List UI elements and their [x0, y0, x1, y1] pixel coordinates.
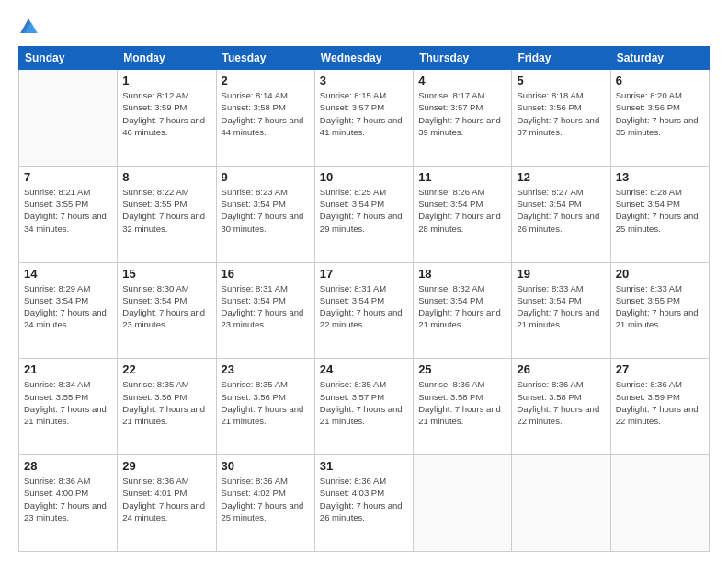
day-number: 19 [517, 267, 605, 281]
calendar-day-cell: 15Sunrise: 8:30 AMSunset: 3:54 PMDayligh… [118, 262, 216, 359]
calendar-day-cell: 25Sunrise: 8:36 AMSunset: 3:58 PMDayligh… [414, 359, 512, 455]
calendar-day-header: Thursday [414, 47, 512, 70]
day-number: 16 [222, 267, 310, 281]
calendar-day-cell: 6Sunrise: 8:20 AMSunset: 3:56 PMDaylight… [610, 70, 709, 167]
day-number: 24 [320, 362, 408, 376]
calendar-day-cell: 12Sunrise: 8:27 AMSunset: 3:54 PMDayligh… [512, 166, 610, 262]
day-info: Sunrise: 8:21 AMSunset: 3:55 PMDaylight:… [24, 186, 112, 235]
calendar-day-cell: 23Sunrise: 8:35 AMSunset: 3:56 PMDayligh… [216, 359, 314, 455]
day-info: Sunrise: 8:36 AMSunset: 3:58 PMDaylight:… [418, 378, 506, 427]
day-number: 6 [616, 74, 704, 87]
calendar-day-cell: 29Sunrise: 8:36 AMSunset: 4:01 PMDayligh… [118, 455, 216, 552]
day-number: 23 [222, 362, 310, 376]
calendar-week-row: 7Sunrise: 8:21 AMSunset: 3:55 PMDaylight… [19, 166, 710, 262]
day-info: Sunrise: 8:35 AMSunset: 3:56 PMDaylight:… [122, 378, 210, 427]
calendar-day-cell: 8Sunrise: 8:22 AMSunset: 3:55 PMDaylight… [118, 166, 216, 262]
calendar-day-cell: 21Sunrise: 8:34 AMSunset: 3:55 PMDayligh… [19, 359, 118, 455]
day-number: 2 [222, 74, 310, 87]
calendar-page: SundayMondayTuesdayWednesdayThursdayFrid… [0, 0, 728, 563]
day-info: Sunrise: 8:34 AMSunset: 3:55 PMDaylight:… [24, 378, 112, 427]
calendar-day-cell: 14Sunrise: 8:29 AMSunset: 3:54 PMDayligh… [19, 262, 118, 359]
calendar-day-header: Saturday [610, 47, 709, 70]
day-number: 14 [24, 267, 112, 281]
calendar-day-cell: 20Sunrise: 8:33 AMSunset: 3:55 PMDayligh… [610, 262, 709, 359]
calendar-day-cell: 3Sunrise: 8:15 AMSunset: 3:57 PMDaylight… [314, 70, 413, 167]
calendar-day-header: Sunday [19, 47, 118, 70]
day-info: Sunrise: 8:29 AMSunset: 3:54 PMDaylight:… [24, 282, 112, 331]
calendar-day-cell [19, 70, 118, 167]
calendar-day-cell: 27Sunrise: 8:36 AMSunset: 3:59 PMDayligh… [610, 359, 709, 455]
day-number: 17 [320, 267, 408, 281]
day-number: 26 [517, 362, 605, 376]
day-info: Sunrise: 8:20 AMSunset: 3:56 PMDaylight:… [616, 89, 704, 138]
day-info: Sunrise: 8:36 AMSunset: 4:02 PMDaylight:… [222, 475, 310, 523]
day-info: Sunrise: 8:35 AMSunset: 3:57 PMDaylight:… [320, 378, 408, 427]
calendar-day-cell: 24Sunrise: 8:35 AMSunset: 3:57 PMDayligh… [314, 359, 413, 455]
logo [18, 17, 42, 37]
day-number: 12 [517, 170, 605, 184]
calendar-day-cell: 19Sunrise: 8:33 AMSunset: 3:54 PMDayligh… [512, 262, 610, 359]
day-number: 7 [24, 170, 112, 184]
calendar-day-cell: 16Sunrise: 8:31 AMSunset: 3:54 PMDayligh… [216, 262, 314, 359]
day-number: 31 [320, 459, 408, 473]
calendar-day-cell: 10Sunrise: 8:25 AMSunset: 3:54 PMDayligh… [314, 166, 413, 262]
day-info: Sunrise: 8:32 AMSunset: 3:54 PMDaylight:… [418, 282, 506, 331]
day-number: 3 [320, 74, 408, 87]
logo-icon [18, 17, 39, 37]
day-info: Sunrise: 8:36 AMSunset: 4:03 PMDaylight:… [320, 475, 408, 523]
day-number: 21 [24, 362, 112, 376]
calendar-day-cell: 22Sunrise: 8:35 AMSunset: 3:56 PMDayligh… [118, 359, 216, 455]
day-number: 4 [418, 74, 506, 87]
day-info: Sunrise: 8:30 AMSunset: 3:54 PMDaylight:… [122, 282, 210, 331]
calendar-day-header: Wednesday [314, 47, 413, 70]
calendar-week-row: 28Sunrise: 8:36 AMSunset: 4:00 PMDayligh… [19, 455, 710, 552]
day-info: Sunrise: 8:31 AMSunset: 3:54 PMDaylight:… [222, 282, 310, 331]
day-info: Sunrise: 8:12 AMSunset: 3:59 PMDaylight:… [122, 89, 210, 138]
calendar-day-cell: 13Sunrise: 8:28 AMSunset: 3:54 PMDayligh… [610, 166, 709, 262]
calendar-week-row: 21Sunrise: 8:34 AMSunset: 3:55 PMDayligh… [19, 359, 710, 455]
calendar-day-cell: 5Sunrise: 8:18 AMSunset: 3:56 PMDaylight… [512, 70, 610, 167]
calendar-header-row: SundayMondayTuesdayWednesdayThursdayFrid… [19, 47, 710, 70]
calendar-day-cell: 17Sunrise: 8:31 AMSunset: 3:54 PMDayligh… [314, 262, 413, 359]
calendar-day-cell: 26Sunrise: 8:36 AMSunset: 3:58 PMDayligh… [512, 359, 610, 455]
calendar-day-cell: 30Sunrise: 8:36 AMSunset: 4:02 PMDayligh… [216, 455, 314, 552]
day-info: Sunrise: 8:36 AMSunset: 4:01 PMDaylight:… [122, 475, 210, 523]
day-info: Sunrise: 8:18 AMSunset: 3:56 PMDaylight:… [517, 89, 605, 138]
calendar-day-header: Monday [118, 47, 216, 70]
day-number: 20 [616, 267, 704, 281]
day-number: 30 [222, 459, 310, 473]
day-number: 10 [320, 170, 408, 184]
calendar-day-cell [414, 455, 512, 552]
calendar-day-cell [610, 455, 709, 552]
day-info: Sunrise: 8:28 AMSunset: 3:54 PMDaylight:… [616, 186, 704, 235]
calendar-day-cell: 4Sunrise: 8:17 AMSunset: 3:57 PMDaylight… [414, 70, 512, 167]
day-info: Sunrise: 8:15 AMSunset: 3:57 PMDaylight:… [320, 89, 408, 138]
day-info: Sunrise: 8:36 AMSunset: 3:58 PMDaylight:… [517, 378, 605, 427]
day-number: 29 [122, 459, 210, 473]
day-number: 5 [517, 74, 605, 87]
calendar-day-cell: 9Sunrise: 8:23 AMSunset: 3:54 PMDaylight… [216, 166, 314, 262]
day-number: 28 [24, 459, 112, 473]
day-info: Sunrise: 8:23 AMSunset: 3:54 PMDaylight:… [222, 186, 310, 235]
day-info: Sunrise: 8:35 AMSunset: 3:56 PMDaylight:… [222, 378, 310, 427]
day-info: Sunrise: 8:25 AMSunset: 3:54 PMDaylight:… [320, 186, 408, 235]
calendar-day-cell: 18Sunrise: 8:32 AMSunset: 3:54 PMDayligh… [414, 262, 512, 359]
day-number: 9 [222, 170, 310, 184]
day-number: 18 [418, 267, 506, 281]
day-info: Sunrise: 8:17 AMSunset: 3:57 PMDaylight:… [418, 89, 506, 138]
day-number: 11 [418, 170, 506, 184]
day-info: Sunrise: 8:26 AMSunset: 3:54 PMDaylight:… [418, 186, 506, 235]
calendar-day-cell: 1Sunrise: 8:12 AMSunset: 3:59 PMDaylight… [118, 70, 216, 167]
day-number: 8 [122, 170, 210, 184]
day-info: Sunrise: 8:36 AMSunset: 3:59 PMDaylight:… [616, 378, 704, 427]
day-number: 27 [616, 362, 704, 376]
day-number: 25 [418, 362, 506, 376]
calendar-week-row: 1Sunrise: 8:12 AMSunset: 3:59 PMDaylight… [19, 70, 710, 167]
calendar-day-cell: 28Sunrise: 8:36 AMSunset: 4:00 PMDayligh… [19, 455, 118, 552]
calendar-week-row: 14Sunrise: 8:29 AMSunset: 3:54 PMDayligh… [19, 262, 710, 359]
calendar-day-cell [512, 455, 610, 552]
day-info: Sunrise: 8:33 AMSunset: 3:55 PMDaylight:… [616, 282, 704, 331]
calendar-day-cell: 2Sunrise: 8:14 AMSunset: 3:58 PMDaylight… [216, 70, 314, 167]
calendar-day-cell: 11Sunrise: 8:26 AMSunset: 3:54 PMDayligh… [414, 166, 512, 262]
calendar-day-cell: 31Sunrise: 8:36 AMSunset: 4:03 PMDayligh… [314, 455, 413, 552]
